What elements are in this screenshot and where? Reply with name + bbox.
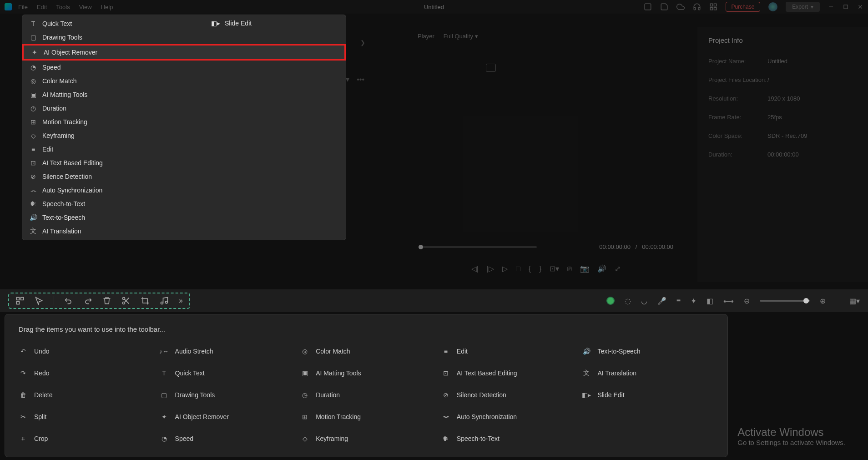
menu-item-keyframing[interactable]: ◇ Keyframing bbox=[22, 129, 346, 142]
fullscreen-icon[interactable]: ⤢ bbox=[615, 264, 621, 273]
mark-in-icon[interactable]: { bbox=[529, 265, 531, 273]
toolbar-mic-icon[interactable]: 🎤 bbox=[657, 297, 666, 305]
drag-item-sync[interactable]: ⫘Auto Synchronization bbox=[441, 409, 573, 424]
close-icon[interactable] bbox=[857, 4, 863, 10]
drag-panel-title: Drag the items you want to use into the … bbox=[19, 325, 714, 333]
toolbar-cursor-icon[interactable] bbox=[35, 296, 44, 305]
menu-item-silence-detection[interactable]: ⊘ Silence Detection bbox=[22, 170, 346, 183]
toolbar-redo-icon[interactable] bbox=[83, 296, 92, 305]
cloud-icon[interactable] bbox=[676, 3, 685, 11]
drag-item-quick-text[interactable]: TQuick Text bbox=[160, 366, 292, 380]
toolbar-fit-icon[interactable]: ⟷ bbox=[723, 297, 734, 305]
toolbar-grid-icon[interactable]: ▦▾ bbox=[849, 297, 860, 305]
toolbar-marker-icon[interactable]: ◌ bbox=[625, 297, 631, 305]
menu-item-slide-edit[interactable]: ◧▸ Slide Edit bbox=[211, 20, 252, 27]
drag-item-duration[interactable]: ◷Duration bbox=[300, 388, 432, 402]
drag-item-object-remover[interactable]: ✦AI Object Remover bbox=[160, 409, 292, 424]
zoom-out-icon[interactable]: ⊖ bbox=[744, 297, 750, 305]
more-options-icon[interactable]: ••• bbox=[357, 76, 364, 84]
duration-icon: ◷ bbox=[300, 390, 309, 399]
toolbar-render-icon[interactable] bbox=[606, 297, 615, 305]
drag-item-edit[interactable]: ≡Edit bbox=[441, 344, 573, 359]
drag-item-speed[interactable]: ◔Speed bbox=[160, 431, 292, 446]
menu-item-quick-text[interactable]: T Quick Text bbox=[22, 17, 346, 30]
menu-item-speed[interactable]: ◔ Speed bbox=[22, 61, 346, 74]
drag-item-keyframe[interactable]: ◇Keyframing bbox=[300, 431, 432, 446]
export-button[interactable]: Export▾ bbox=[786, 2, 820, 12]
toolbar-shield-icon[interactable]: ◡ bbox=[641, 297, 647, 305]
apps-icon[interactable] bbox=[709, 3, 717, 11]
quality-dropdown[interactable]: Full Quality ▾ bbox=[444, 33, 478, 40]
display-icon[interactable]: ⎚ bbox=[567, 265, 572, 273]
stop-icon[interactable]: □ bbox=[516, 265, 520, 273]
menu-item-ai-matting[interactable]: ▣ AI Matting Tools bbox=[22, 88, 346, 101]
edit-icon: ≡ bbox=[30, 146, 37, 153]
drag-item-crop[interactable]: ⌗Crop bbox=[19, 431, 151, 446]
timeline-toolbar: » ◌ ◡ 🎤 ≡ ✦ ◧ ⟷ ⊖ ⊕ ▦▾ bbox=[0, 289, 868, 312]
drag-item-translate[interactable]: 文AI Translation bbox=[582, 366, 714, 380]
headphones-icon[interactable] bbox=[693, 3, 701, 11]
menu-edit[interactable]: Edit bbox=[37, 4, 47, 10]
zoom-slider[interactable] bbox=[760, 300, 810, 302]
edit-icon: ≡ bbox=[441, 347, 450, 356]
drag-item-undo[interactable]: ↶Undo bbox=[19, 344, 151, 359]
save-icon[interactable] bbox=[660, 3, 668, 11]
menu-view[interactable]: View bbox=[79, 4, 92, 10]
volume-icon[interactable]: 🔊 bbox=[597, 264, 606, 273]
toolbar-undo-icon[interactable] bbox=[64, 296, 73, 305]
drag-item-drawing[interactable]: ▢Drawing Tools bbox=[160, 388, 292, 402]
drag-item-motion[interactable]: ⊞Motion Tracking bbox=[300, 409, 432, 424]
player-progress-bar[interactable] bbox=[419, 246, 537, 248]
purchase-button[interactable]: Purchase bbox=[726, 2, 761, 12]
next-frame-icon[interactable]: |▷ bbox=[487, 264, 494, 273]
minimize-icon[interactable] bbox=[828, 4, 834, 10]
toolbar-apps-icon[interactable] bbox=[15, 296, 25, 305]
drag-item-text-edit[interactable]: ⊡AI Text Based Editing bbox=[441, 366, 573, 380]
menu-item-text-to-speech[interactable]: 🔊 Text-to-Speech bbox=[22, 211, 346, 224]
prev-frame-icon[interactable]: ◁| bbox=[471, 264, 479, 273]
menu-item-motion-tracking[interactable]: ⊞ Motion Tracking bbox=[22, 115, 346, 129]
toolbar-delete-icon[interactable] bbox=[102, 296, 111, 305]
slide-icon: ◧▸ bbox=[582, 390, 591, 399]
snapshot-icon[interactable] bbox=[486, 64, 496, 72]
toolbar-magic-icon[interactable]: ✦ bbox=[691, 297, 696, 305]
menu-item-ai-text-editing[interactable]: ⊡ AI Text Based Editing bbox=[22, 156, 346, 170]
camera-icon[interactable]: 📷 bbox=[580, 264, 589, 273]
menu-item-speech-to-text[interactable]: 🗣 Speech-to-Text bbox=[22, 197, 346, 211]
menu-item-ai-translation[interactable]: 文 AI Translation bbox=[22, 224, 346, 238]
toolbar-adjust-icon[interactable]: ◧ bbox=[707, 297, 713, 305]
tabs-more-arrow-icon[interactable]: ❯ bbox=[360, 39, 365, 46]
toolbar-audio-icon[interactable] bbox=[160, 296, 169, 305]
menu-item-auto-sync[interactable]: ⫘ Auto Synchronization bbox=[22, 183, 346, 197]
drag-item-matting[interactable]: ▣AI Matting Tools bbox=[300, 366, 432, 380]
drag-item-silence[interactable]: ⊘Silence Detection bbox=[441, 388, 573, 402]
menu-item-color-match[interactable]: ◎ Color Match bbox=[22, 74, 346, 88]
toolbar-list-icon[interactable]: ≡ bbox=[676, 297, 681, 305]
play-icon[interactable]: ▷ bbox=[502, 264, 508, 273]
toolbar-crop-icon[interactable] bbox=[141, 296, 150, 305]
toolbar-more-icon[interactable]: » bbox=[179, 297, 183, 305]
drag-item-split[interactable]: ✂Split bbox=[19, 409, 151, 424]
drag-item-color-match[interactable]: ◎Color Match bbox=[300, 344, 432, 359]
menu-item-edit[interactable]: ≡ Edit bbox=[22, 142, 346, 156]
aspect-icon[interactable]: ⊡▾ bbox=[550, 264, 559, 273]
maximize-icon[interactable] bbox=[843, 4, 849, 10]
menu-item-drawing-tools[interactable]: ▢ Drawing Tools bbox=[22, 30, 346, 44]
menu-item-ai-object-remover[interactable]: ✦ AI Object Remover bbox=[22, 44, 346, 61]
globe-icon[interactable] bbox=[768, 2, 777, 11]
menu-file[interactable]: File bbox=[18, 4, 28, 10]
tools-context-menu: ◧▸ Slide Edit T Quick Text ▢ Drawing Too… bbox=[22, 15, 346, 240]
menu-help[interactable]: Help bbox=[101, 4, 113, 10]
menu-tools[interactable]: Tools bbox=[56, 4, 70, 10]
drag-item-tts[interactable]: 🔊Text-to-Speech bbox=[582, 344, 714, 359]
layout-icon[interactable] bbox=[644, 3, 652, 11]
drag-item-slide[interactable]: ◧▸Slide Edit bbox=[582, 388, 714, 402]
zoom-in-icon[interactable]: ⊕ bbox=[820, 297, 826, 305]
menu-item-duration[interactable]: ◷ Duration bbox=[22, 101, 346, 115]
toolbar-split-icon[interactable] bbox=[121, 296, 131, 305]
drag-item-delete[interactable]: 🗑Delete bbox=[19, 388, 151, 402]
drag-item-redo[interactable]: ↷Redo bbox=[19, 366, 151, 380]
drag-item-stt[interactable]: 🗣Speech-to-Text bbox=[441, 431, 573, 446]
drag-item-audio-stretch[interactable]: ♪↔Audio Stretch bbox=[160, 344, 292, 359]
mark-out-icon[interactable]: } bbox=[539, 265, 541, 273]
